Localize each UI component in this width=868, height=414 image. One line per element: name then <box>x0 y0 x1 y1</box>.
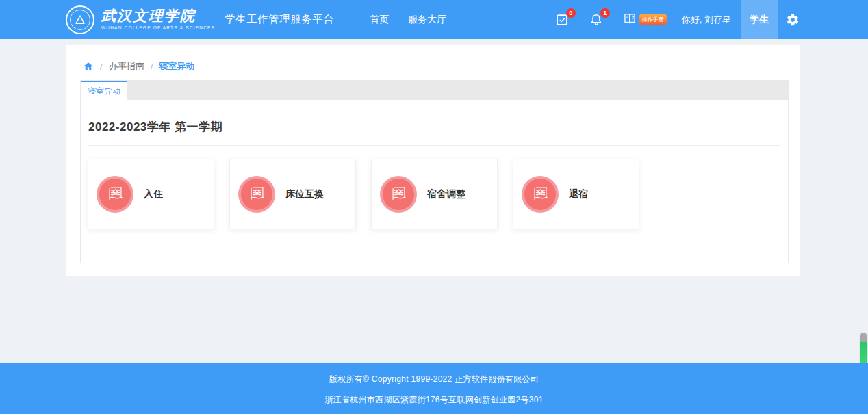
service-card-check-in[interactable]: 入住 <box>88 159 214 229</box>
manual-book-icon <box>623 12 637 28</box>
dormitory-icon <box>238 176 275 213</box>
header-right: 0 1 <box>554 0 868 39</box>
breadcrumb-guide[interactable]: 办事指南 <box>109 60 144 73</box>
manual-tag: 操作手册 <box>639 14 667 25</box>
manual-button[interactable]: 操作手册 <box>623 12 667 28</box>
notification-button[interactable]: 1 <box>589 12 604 27</box>
main-card: / 办事指南 / 寝室异动 寝室异动 2022-2023学年 第一学期 <box>66 45 800 276</box>
service-card-room-adjust[interactable]: 宿舍调整 <box>371 159 498 229</box>
tab-bar: 寝室异动 <box>81 81 788 100</box>
school-subtitle: WUHAN COLLEGE OF ARTS & SCIENCES <box>101 26 215 31</box>
main-nav: 首页 服务大厅 <box>360 0 456 39</box>
tab-panel: 寝室异动 2022-2023学年 第一学期 <box>80 80 789 263</box>
service-card-bed-swap[interactable]: 床位互换 <box>229 159 356 229</box>
todo-button[interactable]: 0 <box>554 12 570 27</box>
gear-icon <box>786 17 800 29</box>
breadcrumb-separator: / <box>100 62 103 72</box>
school-seal-icon <box>66 5 94 34</box>
nav-home[interactable]: 首页 <box>360 0 398 39</box>
school-name: 武汉文理学院 <box>101 9 215 23</box>
school-logo[interactable]: 武汉文理学院 WUHAN COLLEGE OF ARTS & SCIENCES <box>66 5 215 34</box>
side-widget-handle <box>860 333 867 342</box>
tab-panel-body: 2022-2023学年 第一学期 <box>81 119 788 229</box>
nav-service-hall[interactable]: 服务大厅 <box>398 0 456 39</box>
breadcrumb-separator: / <box>151 62 153 72</box>
notification-badge: 1 <box>600 8 610 18</box>
service-label: 退宿 <box>569 188 588 200</box>
semester-title: 2022-2023学年 第一学期 <box>88 119 780 135</box>
breadcrumb-current[interactable]: 寝室异动 <box>159 60 194 73</box>
footer-address: 浙江省杭州市西湖区紫霞街176号互联网创新创业园2号301 <box>0 394 868 406</box>
footer-copyright: 版权所有© Copyright 1999-2022 正方软件股份有限公司 <box>0 374 868 385</box>
service-card-check-out[interactable]: 退宿 <box>513 159 639 229</box>
service-label: 宿舍调整 <box>427 188 465 200</box>
page: 武汉文理学院 WUHAN COLLEGE OF ARTS & SCIENCES … <box>0 0 868 414</box>
dormitory-icon <box>380 176 417 213</box>
service-label: 入住 <box>144 188 163 200</box>
bell-icon <box>589 18 604 29</box>
dormitory-icon <box>522 176 559 213</box>
todo-badge: 0 <box>566 8 576 18</box>
clipboard-check-icon <box>554 18 570 29</box>
app-header: 武汉文理学院 WUHAN COLLEGE OF ARTS & SCIENCES … <box>0 0 868 39</box>
service-cards: 入住 <box>88 159 780 229</box>
user-greeting: 你好, 刘存星 <box>682 14 731 26</box>
platform-title: 学生工作管理服务平台 <box>225 13 334 26</box>
page-footer: 版权所有© Copyright 1999-2022 正方软件股份有限公司 浙江省… <box>0 363 868 414</box>
service-label: 床位互换 <box>285 188 324 200</box>
role-badge[interactable]: 学生 <box>741 0 778 39</box>
settings-button[interactable] <box>786 13 800 27</box>
tab-dormitory-change[interactable]: 寝室异动 <box>81 81 127 100</box>
dormitory-icon <box>97 176 133 213</box>
breadcrumb: / 办事指南 / 寝室异动 <box>66 45 800 73</box>
divider <box>88 145 780 146</box>
home-icon[interactable] <box>83 61 94 72</box>
